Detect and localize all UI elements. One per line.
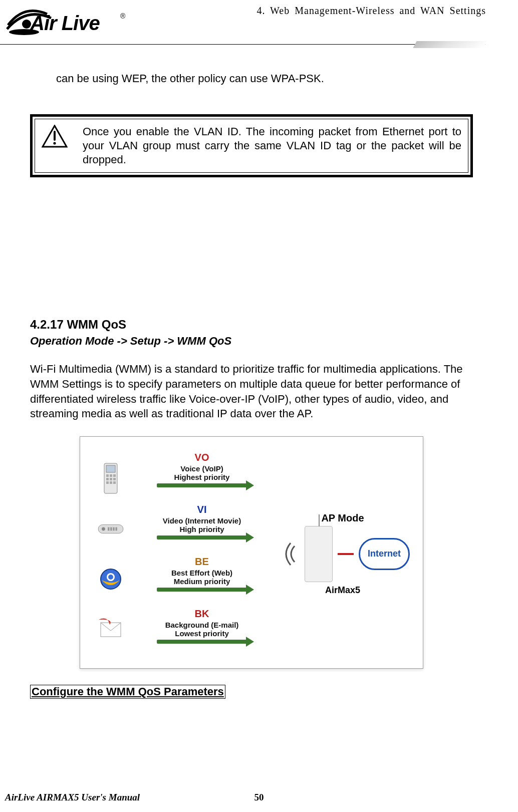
warning-icon	[42, 125, 68, 148]
svg-rect-11	[113, 478, 116, 480]
voip-phone-icon	[96, 461, 126, 496]
svg-rect-7	[110, 474, 112, 477]
trademark-icon: ®	[120, 12, 125, 20]
svg-rect-20	[115, 527, 117, 530]
svg-rect-6	[106, 474, 109, 477]
breadcrumb: Operation Mode -> Setup -> WMM QoS	[30, 335, 473, 348]
header-separator	[0, 39, 488, 51]
diagram-row-vo: VO Voice (VoIP) Highest priority	[140, 452, 264, 500]
ap-mode-label: AP Mode	[321, 512, 364, 524]
section-heading: 4.2.17 WMM QoS	[30, 318, 473, 332]
email-icon	[96, 612, 126, 647]
svg-point-16	[102, 527, 105, 530]
airmax5-device-icon	[305, 526, 333, 582]
remote-control-icon	[96, 511, 126, 547]
svg-rect-8	[113, 474, 116, 477]
logo-text: Air Live	[30, 12, 100, 35]
browser-icon	[96, 562, 126, 597]
warning-box: Once you enable the VLAN ID. The incomin…	[30, 114, 473, 177]
section-paragraph: Wi-Fi Multimedia (WMM) is a standard to …	[30, 362, 473, 421]
warning-text: Once you enable the VLAN ID. The incomin…	[83, 125, 461, 166]
svg-rect-19	[113, 527, 114, 530]
wmm-qos-diagram: VO Voice (VoIP) Highest priority VI Vide…	[80, 436, 423, 669]
wifi-waves-icon	[276, 539, 298, 569]
svg-rect-17	[108, 527, 109, 530]
sub-heading: Configure the WMM QoS Parameters	[30, 685, 225, 699]
footer-manual-name: AirLive AIRMAX5 User's Manual	[5, 792, 140, 803]
ethernet-link-icon	[338, 553, 354, 555]
footer-page-number: 50	[254, 792, 264, 803]
svg-rect-10	[110, 478, 112, 480]
svg-point-23	[108, 575, 113, 580]
diagram-row-be: BE Best Effort (Web) Medium priority	[140, 556, 264, 604]
svg-point-3	[53, 142, 56, 144]
diagram-row-bk: BK Background (E-mail) Lowest priority	[140, 608, 264, 656]
intro-line: can be using WEP, the other policy can u…	[30, 71, 473, 86]
internet-cloud: Internet	[359, 538, 410, 570]
chapter-title: 4. Web Management-Wireless and WAN Setti…	[256, 3, 488, 17]
svg-rect-14	[113, 481, 116, 484]
diagram-row-vi: VI Video (Internet Movie) High priority	[140, 504, 264, 552]
svg-rect-13	[110, 481, 112, 484]
svg-rect-5	[106, 465, 115, 472]
svg-rect-9	[106, 478, 109, 480]
svg-rect-12	[106, 481, 109, 484]
airmax5-label: AirMax5	[325, 585, 360, 596]
svg-rect-18	[110, 527, 112, 530]
airlive-logo: Air Live ®	[4, 3, 134, 42]
